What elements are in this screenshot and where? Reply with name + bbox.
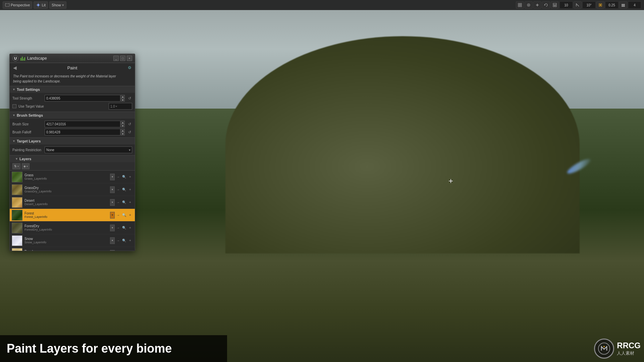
rt-angle-btn[interactable] (574, 1, 582, 9)
layer-info-forestdry: ForestDry_LayerInfo (24, 228, 110, 231)
close-button[interactable]: × (127, 56, 132, 61)
layer-filter-btn[interactable]: ◈ ▾ (22, 163, 30, 169)
layer-add-forestdry[interactable]: + (127, 225, 133, 231)
sort-arrow: ▾ (17, 165, 19, 168)
painting-restriction-select[interactable]: None ▾ (45, 146, 132, 153)
perspective-button[interactable]: Perspective (3, 1, 32, 9)
layer-dropdown-grass[interactable]: ▾ (110, 174, 115, 180)
target-value-dropdown[interactable]: ▾ (116, 105, 117, 108)
layer-search-grassdry[interactable]: 🔍 (121, 187, 127, 192)
svg-rect-19 (555, 5, 556, 7)
show-label: Show (52, 3, 61, 7)
grid-size-input[interactable] (559, 1, 573, 9)
layer-arrow-grassdry[interactable]: → (115, 187, 121, 192)
tool-strength-up[interactable]: ▲ (121, 95, 125, 98)
paint-settings-icon[interactable]: ⚙ (128, 65, 131, 70)
svg-rect-9 (520, 3, 522, 5)
layer-item-grass[interactable]: Grass Grass_LayerInfo ▾ → 🔍 + (10, 171, 135, 183)
svg-rect-11 (520, 5, 522, 7)
layer-item-grassdry[interactable]: GrassDry GrassDry_LayerInfo ▾ → 🔍 + (10, 183, 135, 196)
layer-add-grassdry[interactable]: + (127, 187, 133, 192)
target-layers-header[interactable]: ▼ Target Layers (10, 137, 135, 144)
rt-layout-btn[interactable] (551, 1, 559, 9)
brush-size-spinner: 4217.041016 ▲ ▼ (45, 121, 125, 127)
maximize-button[interactable]: □ (120, 56, 125, 61)
layer-add-desert[interactable]: + (127, 200, 133, 205)
scale-input[interactable] (605, 1, 619, 9)
layer-search-forestdry[interactable]: 🔍 (121, 225, 127, 231)
layer-arrow-desert[interactable]: → (115, 200, 121, 205)
layer-sort-btn[interactable]: ⇅ ▾ (12, 163, 20, 169)
target-layers-label: Target Layers (17, 139, 41, 143)
rt-circle-btn[interactable] (525, 1, 533, 9)
show-arrow-icon: ▾ (62, 3, 64, 7)
layer-dropdown-snow[interactable]: ▾ (110, 237, 115, 244)
layer-item-beach[interactable]: Beach Beach_LayerInfo ▾ → 🔍 + (10, 247, 135, 251)
target-value-input[interactable]: 1.0 ▾ (109, 103, 132, 110)
rt-scale-icon[interactable] (596, 1, 604, 9)
rt-refresh-btn[interactable] (542, 1, 550, 9)
layers-toolbar: ⇅ ▾ ◈ ▾ (10, 162, 135, 171)
layer-add-forest[interactable]: + (127, 213, 133, 218)
layer-search-grass[interactable]: 🔍 (121, 174, 127, 180)
layer-item-snow[interactable]: Snow Snow_LayerInfo ▾ → 🔍 + (10, 234, 135, 247)
panel-scroll[interactable]: ◀ Paint ⚙ The Paint tool increases or de… (10, 63, 135, 251)
rt-layers-icon[interactable] (619, 1, 627, 9)
right-toolbar (513, 0, 644, 10)
layer-add-grass[interactable]: + (127, 174, 133, 180)
layer-dropdown-forestdry[interactable]: ▾ (110, 225, 115, 231)
svg-rect-23 (622, 5, 625, 6)
angle-input[interactable] (582, 1, 596, 9)
brush-falloff-down[interactable]: ▼ (121, 132, 125, 135)
layer-dropdown-grassdry[interactable]: ▾ (110, 186, 115, 193)
layer-arrow-beach[interactable]: → (115, 251, 121, 251)
layer-text-grass: Grass Grass_LayerInfo (24, 173, 110, 180)
brush-size-reset[interactable]: ↺ (127, 121, 132, 127)
minimize-button[interactable]: _ (113, 56, 119, 61)
brush-falloff-input[interactable]: 0.981428 (45, 129, 120, 135)
layer-arrow-snow[interactable]: → (115, 238, 121, 243)
layer-item-desert[interactable]: Desert Desert_LayerInfo ▾ → 🔍 + (10, 196, 135, 209)
brush-falloff-label: Brush Falloff (12, 130, 43, 134)
layers-subheader[interactable]: ▼ Layers (10, 155, 135, 162)
brush-falloff-reset[interactable]: ↺ (127, 129, 132, 135)
brush-settings-label: Brush Settings (17, 113, 43, 117)
svg-rect-24 (622, 6, 625, 7)
brush-size-up[interactable]: ▲ (121, 121, 125, 124)
panel-title-left: U Landscape (12, 55, 47, 61)
layer-search-desert[interactable]: 🔍 (121, 200, 127, 205)
layer-dropdown-beach[interactable]: ▾ (110, 250, 115, 251)
lit-button[interactable]: Lit (34, 1, 48, 9)
tool-settings-header[interactable]: ▼ Tool Settings (10, 86, 135, 93)
layer-thumb-desert (12, 197, 22, 208)
layer-arrow-forest[interactable]: → (115, 213, 121, 218)
brush-size-down[interactable]: ▼ (121, 124, 125, 127)
layer-dropdown-desert[interactable]: ▾ (110, 199, 115, 206)
tool-strength-down[interactable]: ▼ (121, 98, 125, 102)
crosshair: + (448, 176, 453, 186)
layer-search-beach[interactable]: 🔍 (121, 251, 127, 251)
layer-search-forest[interactable]: 🔍 (121, 213, 127, 218)
use-target-checkbox[interactable] (12, 104, 16, 108)
layer-item-forest[interactable]: Forest Forest_LayerInfo ▾ → 🔍 + (10, 209, 135, 222)
layers-label: Layers (19, 157, 31, 161)
layer-search-snow[interactable]: 🔍 (121, 238, 127, 243)
landscape-icon (20, 56, 25, 61)
layers-count-input[interactable] (628, 1, 641, 9)
tool-strength-reset[interactable]: ↺ (127, 96, 132, 101)
layer-add-beach[interactable]: + (127, 251, 133, 251)
layer-dropdown-forest[interactable]: ▾ (110, 212, 115, 219)
layer-arrow-forestdry[interactable]: → (115, 225, 121, 231)
brush-size-input[interactable]: 4217.041016 (45, 121, 120, 127)
layer-item-forestdry[interactable]: ForestDry ForestDry_LayerInfo ▾ → 🔍 + (10, 222, 135, 234)
brush-falloff-up[interactable]: ▲ (121, 129, 125, 132)
layer-arrow-grass[interactable]: → (115, 174, 121, 180)
svg-rect-8 (518, 3, 520, 5)
layer-add-snow[interactable]: + (127, 238, 133, 243)
layer-actions-grass: ▾ → 🔍 + (110, 174, 133, 180)
tool-strength-input[interactable]: 0.438095 (45, 95, 120, 102)
rt-plus-btn[interactable] (533, 1, 541, 9)
rt-grid-btn[interactable] (516, 1, 524, 9)
brush-settings-header[interactable]: ▼ Brush Settings (10, 112, 135, 119)
show-button[interactable]: Show ▾ (49, 1, 66, 9)
